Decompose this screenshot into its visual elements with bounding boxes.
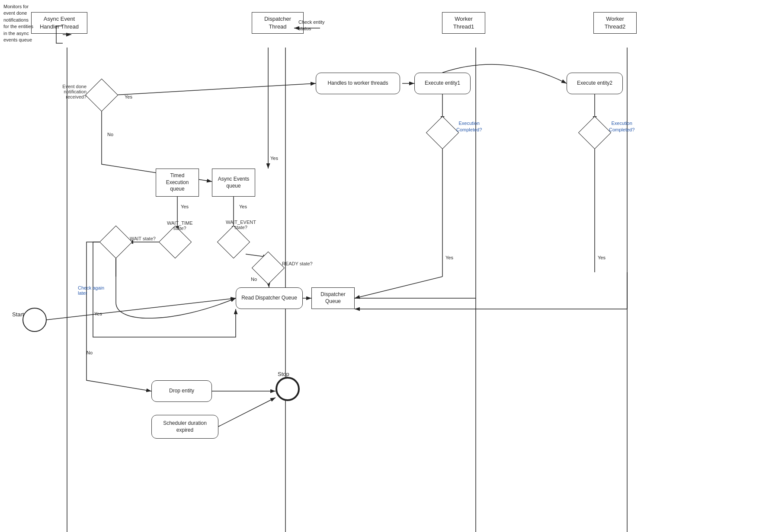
stop-circle [276, 377, 300, 401]
annotation-check-entity: Check entitystatus [298, 19, 325, 32]
execute-entity1-box: Execute entity1 [414, 73, 471, 94]
exec-complete1-label: ExecutionCompleted? [456, 120, 482, 134]
scheduler-duration-box: Scheduler durationexpired [151, 415, 218, 439]
yes-label-2: Yes [270, 156, 278, 161]
wait-state-label: WAIT state? [130, 236, 156, 241]
svg-line-23 [355, 277, 442, 298]
timed-execution-queue-box: TimedExecutionqueue [156, 169, 199, 197]
handles-worker-threads-box: Handles to worker threads [316, 73, 400, 94]
exec-complete2-diamond-wrapper [583, 121, 606, 144]
async-events-queue-box: Async Eventsqueue [212, 169, 255, 197]
read-dispatcher-queue-box: Read Dispatcher Queue [236, 287, 303, 309]
no-label-wait: No [87, 350, 93, 355]
event-done-diamond-wrapper [90, 83, 113, 107]
drop-entity-box: Drop entity [151, 380, 212, 402]
start-circle [22, 308, 47, 332]
header-dispatcher-thread: Dispatcher Thread [252, 12, 304, 34]
event-done-label: Event donenotificationreceived? [43, 84, 87, 99]
no-label-1: No [107, 132, 113, 137]
wait-event-diamond-wrapper [222, 230, 245, 254]
yes-label-wait: Yes [94, 311, 102, 316]
stop-label: Stop [278, 371, 289, 377]
svg-line-8 [47, 298, 236, 320]
yes-label-timed: Yes [181, 204, 189, 209]
wait-event-label: WAIT_EVENTstate? [226, 220, 256, 230]
exec-complete1-diamond-wrapper [431, 121, 454, 144]
no-label-ready: No [251, 277, 257, 282]
ready-state-diamond-wrapper [256, 256, 280, 280]
annotation-monitors: Monitors forevent donenotificationsfor t… [3, 3, 54, 43]
yes-label-exec1: Yes [445, 255, 453, 260]
start-label: Start [12, 311, 24, 318]
dispatcher-queue-box: DispatcherQueue [311, 287, 355, 309]
exec-complete2-label: ExecutionCompleted? [609, 120, 634, 134]
check-again-label: Check againlater [78, 285, 104, 296]
diagram-container: Async Event Handler Thread Dispatcher Th… [0, 0, 769, 532]
execute-entity2-box: Execute entity2 [567, 73, 623, 94]
header-worker-thread1: WorkerThread1 [442, 12, 485, 34]
wait-time-diamond-wrapper [163, 230, 187, 254]
wait-time-label: WAIT_TIMEstate? [167, 220, 192, 231]
svg-line-9 [114, 83, 316, 95]
yes-label-1: Yes [125, 94, 132, 99]
header-worker-thread2: WorkerThread2 [593, 12, 637, 34]
ready-state-label: READY state? [282, 261, 313, 266]
yes-label-exec2: Yes [598, 255, 606, 260]
yes-label-async: Yes [239, 204, 247, 209]
wait-state-diamond-wrapper [104, 230, 128, 254]
svg-line-29 [218, 398, 276, 427]
